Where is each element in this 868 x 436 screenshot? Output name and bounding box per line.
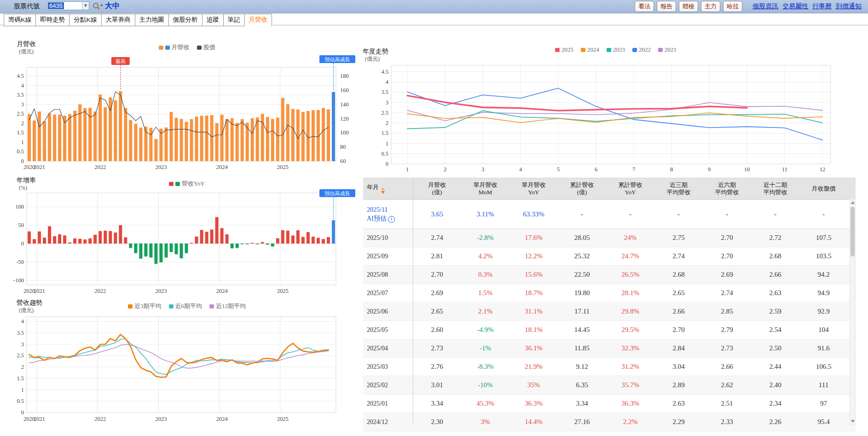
tab-5[interactable]: 個股分析 (168, 14, 203, 26)
table-row: 2024/122.303%14.4%27.162.2%2.292.332.269… (363, 413, 856, 431)
svg-text:-50: -50 (16, 259, 24, 265)
tab-1[interactable]: 即時走勢 (35, 14, 69, 26)
tab-8[interactable]: 月營收 (244, 14, 272, 26)
svg-text:0: 0 (386, 161, 388, 167)
tab-7[interactable]: 筆記 (223, 14, 245, 26)
header-label-2: YoY (625, 189, 636, 196)
svg-text:2021: 2021 (34, 416, 45, 422)
cell: 21.9% (509, 363, 558, 371)
legend-swatch-icon (128, 304, 133, 308)
tab-3[interactable]: 大單券商 (101, 14, 135, 26)
table-scrollbar[interactable] (850, 199, 856, 425)
svg-text:0: 0 (21, 240, 24, 247)
header-label: 近六期 (718, 181, 736, 188)
topbar-button-3[interactable]: 主力 (701, 1, 720, 12)
sort-icon[interactable] (381, 187, 385, 194)
topbar-link-3[interactable]: 到價通知 (836, 2, 862, 11)
legend-item: 月營收 (159, 43, 190, 52)
month-cell: 2025/01 (363, 400, 413, 407)
cell: 28.1% (606, 289, 654, 297)
svg-text:4.5: 4.5 (17, 73, 24, 79)
table-header-3: 單月營收YoY (509, 181, 558, 196)
sort-down-icon[interactable] (381, 191, 385, 194)
topbar: « 股票代號 6435 ▼ + 大中 看法報告體檢主力哈拉 個股資訊交易屬性行事… (0, 0, 868, 13)
cell: 2.73 (413, 344, 461, 352)
topbar-button-4[interactable]: 哈拉 (723, 1, 742, 12)
ai-cell-2: 63.33% (509, 210, 558, 218)
legend-label: 2023 (613, 46, 625, 53)
topbar-right: 看法報告體檢主力哈拉 個股資訊交易屬性行事曆到價通知 (635, 1, 862, 12)
topbar-link-2[interactable]: 行事曆 (812, 2, 832, 11)
header-label-2: 平均營收 (667, 189, 691, 196)
scrollbar-up-icon[interactable] (851, 201, 855, 204)
tab-6[interactable]: 追蹤 (202, 14, 224, 26)
legend-swatch-icon (169, 182, 174, 186)
table-row: 2025/013.3445.3%36.3%3.3436.3%2.632.512.… (363, 395, 856, 413)
table-header-0[interactable]: 年月 (363, 184, 413, 194)
cell: 92.9 (799, 308, 848, 315)
tabbar: 籌碼K線即時走勢分點K線大單券商主力地圖個股分析追蹤筆記月營收 (0, 13, 868, 25)
info-icon[interactable]: i (388, 216, 395, 223)
cell: 31.1% (509, 308, 558, 315)
revenue-table-body: 2025/11AI預估i3.653.11%63.33%------2025/10… (363, 200, 856, 431)
cell: 2.59 (751, 308, 799, 315)
month-cell: 2024/12 (363, 419, 413, 426)
header-label: 近三期 (670, 181, 688, 188)
svg-text:7: 7 (632, 166, 635, 173)
cell: 17.11 (558, 308, 606, 315)
svg-text:50: 50 (18, 222, 24, 228)
month-cell: 2025/10 (363, 234, 413, 242)
svg-text:0: 0 (21, 158, 24, 164)
ai-cell-4: - (606, 210, 654, 218)
scrollbar-thumb[interactable] (851, 207, 855, 256)
svg-text:最高: 最高 (116, 58, 126, 64)
svg-text:2025: 2025 (277, 416, 289, 422)
legend-swatch-icon (632, 48, 637, 52)
topbar-button-1[interactable]: 報告 (657, 1, 676, 12)
stock-code-input[interactable]: 6435 ▼ (47, 1, 89, 10)
header-label-2: YoY (528, 189, 539, 196)
svg-text:4: 4 (519, 166, 522, 173)
topbar-link-1[interactable]: 交易屬性 (782, 2, 808, 11)
tab-2[interactable]: 分點K線 (69, 14, 101, 26)
yearly-overlay-chart: 00.511.522.533.544.5123456789101112 (368, 58, 863, 173)
cell: 2.75 (654, 234, 703, 242)
cell: 25.32 (558, 252, 606, 260)
svg-text:2: 2 (444, 166, 446, 173)
topbar-link-0[interactable]: 個股資訊 (752, 2, 778, 11)
svg-text:3: 3 (481, 166, 484, 173)
cell: 2.85 (703, 308, 751, 315)
table-row: 2025/042.73-1%36.1%11.8532.3%2.842.732.5… (363, 339, 856, 358)
add-icon[interactable]: + (100, 2, 103, 8)
table-row: 2025/102.74-2.8%17.6%28.0524%2.752.702.7… (363, 229, 856, 247)
search-icon[interactable]: + (92, 1, 102, 11)
cell: 29.8% (606, 308, 654, 315)
dropdown-caret-icon[interactable]: ▼ (82, 2, 89, 10)
tab-4[interactable]: 主力地圖 (135, 14, 169, 26)
cell: -8.3% (461, 363, 509, 371)
cell: 2.29 (654, 418, 703, 426)
cell: 2.81 (413, 252, 461, 260)
yoy-legend: 營收YoY (13, 180, 361, 188)
svg-text:4.5: 4.5 (381, 69, 388, 75)
legend-item: 2024 (581, 46, 599, 53)
cell: 19.80 (558, 289, 606, 297)
svg-text:2022: 2022 (94, 164, 106, 170)
tab-0[interactable]: 籌碼K線 (4, 14, 36, 26)
ai-month-cell: 2025/11AI預估i (363, 205, 413, 223)
legend-swatch-icon (581, 48, 585, 52)
cell: 32.3% (606, 344, 654, 352)
table-header-5: 累計營收YoY (606, 181, 654, 196)
sort-up-icon[interactable] (381, 187, 385, 190)
cell: 28.05 (558, 234, 606, 242)
cell: 26.5% (606, 271, 654, 279)
collapse-sidebar-icon[interactable]: « (0, 1, 0, 10)
cell: 22.50 (558, 271, 606, 279)
header-label-2: (億) (577, 189, 587, 196)
topbar-button-0[interactable]: 看法 (635, 1, 654, 12)
topbar-button-2[interactable]: 體檢 (679, 1, 698, 12)
cell: 2.2% (606, 418, 654, 426)
svg-text:2.5: 2.5 (381, 110, 388, 116)
table-header-9: 月收盤價 (799, 185, 848, 192)
scrollbar-down-icon[interactable] (851, 420, 855, 423)
